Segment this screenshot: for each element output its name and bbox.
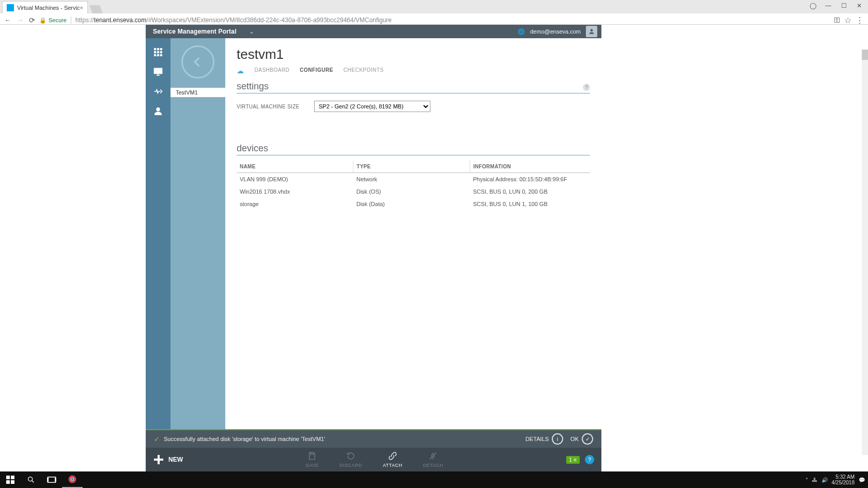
new-button[interactable]: NEW	[153, 454, 183, 465]
svg-rect-10	[154, 68, 162, 73]
star-bookmark-icon[interactable]: ☆	[844, 15, 851, 25]
back-button[interactable]	[181, 45, 214, 78]
tab-configure[interactable]: CONFIGURE	[300, 67, 333, 75]
svg-point-0	[591, 29, 593, 32]
svg-rect-14	[311, 452, 314, 454]
detach-button[interactable]: DETACH	[423, 451, 443, 468]
tab-strip: Virtual Machines - Servic × ◯ — ☐ ✕	[0, 0, 868, 13]
svg-rect-1	[154, 49, 156, 50]
nav-forward-icon[interactable]: →	[17, 16, 24, 24]
vm-size-select[interactable]: SP2 - Gen2 (2 Core(s), 8192 MB)	[314, 101, 430, 112]
window-controls: ◯ — ☐ ✕	[805, 0, 867, 11]
secure-indicator[interactable]: 🔒 Secure	[39, 17, 67, 24]
key-icon[interactable]: ⚿	[834, 17, 840, 24]
plus-icon	[153, 454, 164, 465]
section-settings-title: settings ?	[237, 81, 590, 93]
vm-size-label: VIRTUAL MACHINE SIZE	[237, 104, 314, 109]
status-bar: ✓ Successfully attached disk 'storage' t…	[146, 430, 601, 448]
ok-button[interactable]: OK ✓	[570, 433, 593, 445]
nav-context-pane: TestVM1	[171, 38, 225, 429]
chevron-down-icon[interactable]: ⌄	[244, 28, 259, 35]
help-icon[interactable]: ?	[583, 84, 590, 91]
help-button-icon[interactable]: ?	[585, 455, 594, 464]
scrollbar-track[interactable]	[862, 50, 868, 455]
tray-network-icon[interactable]: 🖧	[812, 477, 817, 483]
table-row[interactable]: VLAN 999 (DEMO) Network Physical Address…	[237, 173, 590, 186]
taskview-icon[interactable]	[41, 471, 62, 488]
tray-volume-icon[interactable]: 🔊	[822, 477, 828, 483]
col-info[interactable]: INFORMATION	[470, 161, 590, 173]
user-email[interactable]: demo@enseva.com	[530, 28, 581, 35]
details-button[interactable]: DETAILS i	[525, 433, 563, 445]
nav-back-icon[interactable]: ←	[4, 16, 11, 24]
nav-user-icon[interactable]	[146, 101, 171, 121]
svg-rect-9	[160, 54, 162, 56]
svg-rect-8	[157, 54, 159, 56]
main-content: testvm1 ☁ DASHBOARD CONFIGURE CHECKPOINT…	[225, 38, 601, 429]
svg-rect-17	[11, 476, 14, 479]
svg-point-13	[157, 107, 160, 111]
scrollbar-thumb[interactable]	[862, 50, 868, 60]
nav-all-items-icon[interactable]	[146, 42, 171, 62]
window-maximize-icon[interactable]: ☐	[836, 0, 851, 11]
browser-tab[interactable]: Virtual Machines - Servic ×	[2, 1, 88, 13]
nav-icon-rail	[146, 38, 171, 429]
svg-rect-5	[157, 51, 159, 53]
window-close-icon[interactable]: ✕	[851, 0, 867, 11]
user-avatar-icon[interactable]	[586, 26, 597, 37]
check-circle-icon: ✓	[582, 433, 593, 445]
url-bar: ← → ⟳ 🔒 Secure https://tenant.enseva.com…	[0, 14, 868, 26]
svg-rect-18	[6, 480, 10, 484]
chrome-taskbar-icon[interactable]	[62, 471, 83, 488]
svg-rect-4	[154, 51, 156, 53]
table-row[interactable]: storage Disk (Data) SCSI, BUS 0, LUN 1, …	[237, 198, 590, 210]
table-row[interactable]: Win2016 1708.vhdx Disk (OS) SCSI, BUS 0,…	[237, 185, 590, 198]
chrome-menu-icon[interactable]: ⋮	[856, 15, 864, 25]
svg-rect-7	[154, 54, 156, 56]
bars-icon: ≡	[574, 457, 577, 463]
checkmark-icon: ✓	[154, 435, 160, 443]
action-center-icon[interactable]: 💬	[859, 477, 865, 483]
svg-point-28	[71, 478, 74, 481]
notification-count-badge[interactable]: 1 ≡	[566, 456, 580, 464]
page-title: testvm1	[237, 46, 590, 62]
start-button-icon[interactable]	[0, 471, 21, 488]
info-icon: i	[552, 433, 563, 445]
globe-icon[interactable]: 🌐	[518, 28, 525, 35]
save-button[interactable]: SAVE	[306, 451, 319, 468]
portal-shell: Service Management Portal ⌄ 🌐 demo@ensev…	[146, 25, 601, 471]
svg-rect-16	[6, 476, 10, 479]
context-item-testvm1[interactable]: TestVM1	[171, 88, 225, 97]
new-tab-button[interactable]	[89, 5, 103, 13]
tray-chevron-icon[interactable]: ˄	[805, 477, 808, 483]
col-type[interactable]: TYPE	[353, 161, 470, 173]
nav-network-icon[interactable]	[146, 82, 171, 101]
attach-button[interactable]: ATTACH	[383, 451, 402, 468]
search-icon[interactable]	[21, 471, 41, 488]
tab-row: ☁ DASHBOARD CONFIGURE CHECKPOINTS	[237, 67, 590, 75]
tab-checkpoints[interactable]: CHECKPOINTS	[344, 67, 384, 75]
portal-header: Service Management Portal ⌄ 🌐 demo@ensev…	[146, 25, 601, 38]
devices-table: NAME TYPE INFORMATION VLAN 999 (DEMO) Ne…	[237, 161, 590, 210]
discard-button[interactable]: DISCARD	[339, 451, 362, 468]
nav-monitor-icon[interactable]	[146, 62, 171, 82]
status-message: Successfully attached disk 'storage' to …	[164, 436, 325, 442]
svg-rect-2	[157, 49, 159, 50]
command-bar: NEW SAVE DISCARD ATTACH DETACH	[146, 448, 601, 471]
svg-line-21	[32, 481, 34, 483]
browser-chrome: Virtual Machines - Servic × ◯ — ☐ ✕ ← → …	[0, 0, 868, 25]
windows-favicon-icon	[7, 4, 14, 11]
svg-rect-3	[160, 49, 162, 50]
user-profile-icon[interactable]: ◯	[805, 0, 820, 11]
tab-close-icon[interactable]: ×	[80, 5, 83, 11]
svg-rect-6	[160, 51, 162, 53]
portal-title: Service Management Portal	[146, 28, 244, 35]
col-name[interactable]: NAME	[237, 161, 353, 173]
address-text[interactable]: https://tenant.enseva.com/#Workspaces/VM…	[75, 17, 830, 24]
nav-reload-icon[interactable]: ⟳	[29, 16, 35, 24]
tab-title: Virtual Machines - Servic	[17, 5, 80, 11]
tab-dashboard[interactable]: DASHBOARD	[255, 67, 290, 75]
window-minimize-icon[interactable]: —	[820, 0, 836, 11]
taskbar-clock[interactable]: 5:32 AM 4/25/2018	[832, 474, 855, 485]
section-devices-title: devices	[237, 143, 590, 155]
